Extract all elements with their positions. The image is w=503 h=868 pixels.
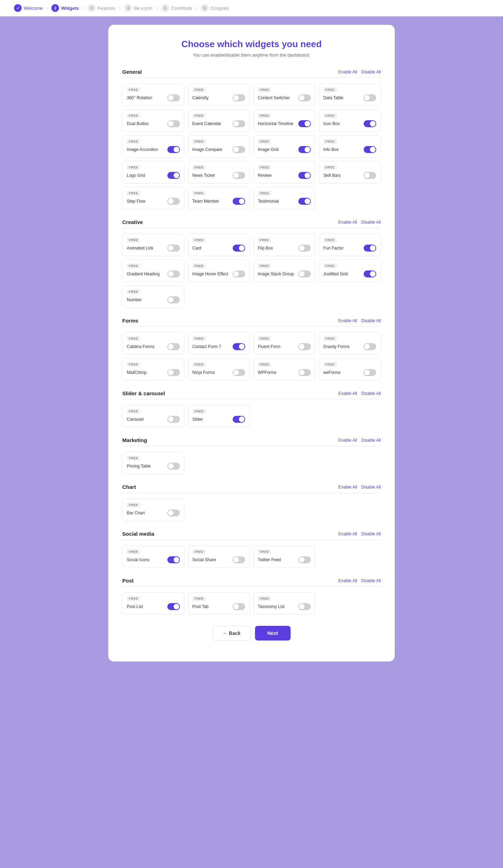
widget-name: Twitter Feed: [258, 557, 281, 562]
disable-all-creative[interactable]: Disable All: [361, 220, 381, 225]
widget-card-pricing-table: FREEPricing Table: [122, 452, 184, 474]
widget-name: Fluent Form: [258, 344, 280, 349]
toggle-fun-factor[interactable]: [364, 245, 376, 252]
widget-name: Dual Button: [127, 121, 149, 126]
disable-all-general[interactable]: Disable All: [361, 70, 381, 74]
toggle-card[interactable]: [233, 245, 245, 252]
widget-card-carousel: FREECarousel: [122, 405, 184, 427]
widget-badge: FREE: [192, 238, 206, 243]
toggle-event-calendar[interactable]: [233, 120, 245, 127]
widget-badge: FREE: [258, 113, 271, 118]
toggle-wpforms[interactable]: [298, 369, 311, 376]
toggle-caldera-forms[interactable]: [167, 343, 180, 350]
toggle-post-list[interactable]: [167, 603, 180, 610]
toggle-step-flow[interactable]: [167, 198, 180, 205]
widget-name: Animated Link: [127, 246, 153, 251]
widget-card-image-hover-effect: FREEImage Hover Effect: [188, 260, 250, 282]
wizard-step-be-a-pro!: 4Be a pro!: [124, 4, 153, 12]
toggle-social-share[interactable]: [233, 556, 245, 563]
widget-grid-general: FREE360° RotationFREECalendlyFREEContent…: [122, 84, 381, 209]
widget-card-info-box: FREEInfo Box: [319, 135, 381, 158]
toggle-number[interactable]: [167, 296, 180, 303]
toggle-image-accordion[interactable]: [167, 146, 180, 153]
toggle-post-tab[interactable]: [233, 603, 245, 610]
disable-all-slider[interactable]: Disable All: [361, 391, 381, 396]
widget-badge: FREE: [127, 362, 140, 367]
toggle-animated-link[interactable]: [167, 245, 180, 252]
disable-all-marketing[interactable]: Disable All: [361, 438, 381, 443]
disable-all-post[interactable]: Disable All: [361, 578, 381, 583]
toggle-carousel[interactable]: [167, 416, 180, 423]
toggle-review[interactable]: [298, 172, 311, 179]
widget-name: WPForms: [258, 370, 276, 375]
widget-badge: FREE: [192, 263, 206, 268]
toggle-bar-chart[interactable]: [167, 509, 180, 516]
widget-card-360-rotation: FREE360° Rotation: [122, 84, 184, 106]
toggle-social-icons[interactable]: [167, 556, 180, 563]
toggle-mailchimp[interactable]: [167, 369, 180, 376]
toggle-gravity-forms[interactable]: [364, 343, 376, 350]
toggle-team-member[interactable]: [233, 198, 245, 205]
toggle-info-box[interactable]: [364, 146, 376, 153]
enable-all-creative[interactable]: Enable All: [338, 220, 357, 225]
section-title-chart: Chart: [122, 484, 136, 490]
enable-all-chart[interactable]: Enable All: [338, 485, 357, 490]
widget-name: Skill Bars: [323, 173, 341, 178]
toggle-ninja-forms[interactable]: [233, 369, 245, 376]
toggle-pricing-table[interactable]: [167, 463, 180, 470]
wizard-separator: ›: [82, 5, 84, 11]
toggle-360°-rotation[interactable]: [167, 94, 180, 101]
widget-grid-marketing: FREEPricing Table: [122, 452, 381, 474]
enable-all-general[interactable]: Enable All: [338, 70, 357, 74]
toggle-twitter-feed[interactable]: [298, 556, 311, 563]
toggle-icon-box[interactable]: [364, 120, 376, 127]
enable-all-post[interactable]: Enable All: [338, 578, 357, 583]
widget-card-dual-button: FREEDual Button: [122, 109, 184, 132]
widget-name: Bar Chart: [127, 511, 145, 515]
toggle-dual-button[interactable]: [167, 120, 180, 127]
back-button[interactable]: ← Back: [212, 626, 250, 641]
toggle-news-ticker[interactable]: [233, 172, 245, 179]
toggle-gradient-heading[interactable]: [167, 270, 180, 277]
toggle-image-compare[interactable]: [233, 146, 245, 153]
widget-badge: FREE: [127, 456, 140, 461]
widget-name: Icon Box: [323, 121, 340, 126]
enable-all-marketing[interactable]: Enable All: [338, 438, 357, 443]
next-button[interactable]: Next: [255, 626, 291, 641]
toggle-image-stack-group[interactable]: [298, 270, 311, 277]
disable-all-social[interactable]: Disable All: [361, 531, 381, 536]
toggle-flip-box[interactable]: [298, 245, 311, 252]
enable-all-forms[interactable]: Enable All: [338, 318, 357, 323]
disable-all-chart[interactable]: Disable All: [361, 485, 381, 490]
widget-name: Event Calendar: [192, 121, 221, 126]
toggle-weforms[interactable]: [364, 369, 376, 376]
toggle-calendly[interactable]: [233, 94, 245, 101]
widget-badge: FREE: [192, 113, 206, 118]
enable-all-slider[interactable]: Enable All: [338, 391, 357, 396]
section-title-social: Social media: [122, 531, 154, 537]
toggle-testimonial[interactable]: [298, 198, 311, 205]
bottom-nav: ← Back Next: [122, 626, 381, 648]
toggle-image-grid[interactable]: [298, 146, 311, 153]
toggle-skill-bars[interactable]: [364, 172, 376, 179]
widget-badge: FREE: [323, 238, 337, 243]
widget-card-content-switcher: FREEContent Switcher: [253, 84, 315, 106]
toggle-image-hover-effect[interactable]: [233, 270, 245, 277]
toggle-justified-grid[interactable]: [364, 270, 376, 277]
toggle-logo-grid[interactable]: [167, 172, 180, 179]
toggle-taxonomy-list[interactable]: [298, 603, 311, 610]
widget-card-bar-chart: FREEBar Chart: [122, 499, 184, 521]
toggle-data-table[interactable]: [364, 94, 376, 101]
widget-badge: FREE: [127, 113, 140, 118]
toggle-content-switcher[interactable]: [298, 94, 311, 101]
wizard-step-contribute: 5Contribute: [161, 4, 192, 12]
toggle-fluent-form[interactable]: [298, 343, 311, 350]
enable-all-social[interactable]: Enable All: [338, 531, 357, 536]
toggle-contact-form-7[interactable]: [233, 343, 245, 350]
widget-card-news-ticker: FREENews Ticker: [188, 161, 250, 183]
widget-badge: FREE: [192, 409, 206, 414]
toggle-slider[interactable]: [233, 416, 245, 423]
section-title-marketing: Marketing: [122, 437, 147, 443]
toggle-horizontal-timeline[interactable]: [298, 120, 311, 127]
disable-all-forms[interactable]: Disable All: [361, 318, 381, 323]
